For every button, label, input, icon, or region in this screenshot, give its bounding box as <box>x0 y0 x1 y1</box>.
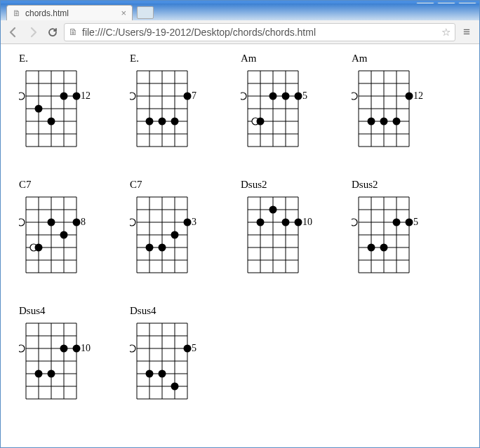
tab-title: chords.html <box>25 8 69 18</box>
fret-dot <box>146 244 154 252</box>
fret-dot <box>35 244 43 252</box>
chord-item: Am5 <box>241 53 335 151</box>
fret-dot <box>380 244 388 252</box>
fret-dot <box>73 93 81 100</box>
chord-diagram: 3 <box>130 194 208 277</box>
chord-item: C78 <box>19 179 113 277</box>
fret-dot <box>171 231 179 239</box>
chord-diagram: 5 <box>352 194 430 277</box>
chord-diagram: 7 <box>130 68 208 151</box>
fret-dot <box>60 231 68 239</box>
fret-dot <box>35 370 43 378</box>
fret-label: 10 <box>81 343 91 353</box>
chord-item: Dsus410 <box>19 305 113 403</box>
fret-dot <box>73 345 81 353</box>
fret-dot <box>295 93 302 100</box>
fret-dot <box>380 118 388 125</box>
fret-dot <box>159 370 166 378</box>
chord-name: E. <box>130 53 224 65</box>
open-string-marker <box>352 93 357 100</box>
fret-dot <box>269 206 277 214</box>
fret-dot <box>406 219 413 226</box>
fret-dot <box>73 219 81 226</box>
fret-dot <box>184 93 192 100</box>
fret-dot <box>146 370 154 378</box>
chord-name: Dsus4 <box>19 305 113 318</box>
chord-diagram: 5 <box>130 320 208 403</box>
fret-dot <box>393 219 401 226</box>
chord-name: Dsus2 <box>241 179 335 191</box>
chord-name: Dsus4 <box>130 305 224 318</box>
fret-dot <box>35 105 43 113</box>
open-string-marker <box>241 93 246 100</box>
fret-dot <box>48 219 55 226</box>
chord-item: Dsus210 <box>241 179 335 277</box>
bookmark-star-icon[interactable]: ☆ <box>441 26 451 39</box>
chrome-menu-button[interactable]: ≡ <box>458 24 475 41</box>
open-string-marker <box>19 93 25 100</box>
open-string-marker <box>352 219 357 226</box>
tab-close-button[interactable]: × <box>121 8 126 18</box>
back-button[interactable] <box>5 24 22 41</box>
chord-item: Am12 <box>352 53 446 151</box>
chord-item: E.7 <box>130 53 224 151</box>
open-string-marker <box>19 345 25 352</box>
chord-diagram: 12 <box>352 68 430 151</box>
chord-diagram: 10 <box>241 194 319 277</box>
fret-dot <box>282 219 290 226</box>
fret-label: 5 <box>192 343 196 353</box>
chord-item: E.12 <box>19 53 113 151</box>
reload-button[interactable] <box>44 24 61 41</box>
fret-dot <box>406 93 413 100</box>
url-bar[interactable]: 🗎 file:///C:/Users/9-19-2012/Desktop/cho… <box>64 23 455 41</box>
forward-button[interactable] <box>25 24 41 41</box>
browser-tab[interactable]: 🗎 chords.html × <box>6 5 133 20</box>
fret-dot <box>295 219 302 226</box>
chord-diagram: 10 <box>19 320 98 403</box>
fret-dot <box>184 219 192 226</box>
fret-dot <box>393 118 401 125</box>
browser-tabstrip: 🗎 chords.html × <box>1 4 479 20</box>
chord-name: E. <box>19 53 113 65</box>
fret-label: 3 <box>192 217 196 227</box>
chord-item: Dsus45 <box>130 305 224 403</box>
fret-dot <box>48 118 55 125</box>
fret-label: 12 <box>81 90 91 101</box>
fret-dot <box>282 93 290 100</box>
open-string-marker <box>19 219 25 226</box>
chord-item: C73 <box>130 179 224 277</box>
chord-diagram: 8 <box>19 194 98 277</box>
fret-dot <box>171 118 179 125</box>
fret-dot <box>257 219 265 226</box>
fret-label: 5 <box>302 90 307 101</box>
chord-item: Dsus25 <box>352 179 446 277</box>
fret-label: 12 <box>413 90 423 101</box>
open-string-marker <box>130 219 135 226</box>
url-file-icon: 🗎 <box>69 27 78 37</box>
fret-dot <box>159 118 166 125</box>
page-content: E.12E.7Am5Am12C78C73Dsus210Dsus25Dsus410… <box>1 44 479 432</box>
open-string-marker <box>130 93 135 100</box>
fret-dot <box>48 370 55 378</box>
fret-dot <box>269 93 277 100</box>
fret-label: 5 <box>413 217 418 227</box>
fret-dot <box>60 345 68 353</box>
chord-name: Dsus2 <box>352 179 446 191</box>
new-tab-button[interactable] <box>137 6 154 19</box>
open-string-marker <box>130 345 135 352</box>
chord-name: Am <box>352 53 446 65</box>
fret-dot <box>368 118 375 125</box>
file-icon: 🗎 <box>13 8 21 18</box>
fret-dot <box>184 345 192 353</box>
fret-dot <box>159 244 166 252</box>
chord-diagram: 12 <box>19 68 98 151</box>
chord-name: C7 <box>19 179 113 191</box>
fret-dot <box>60 93 68 100</box>
fret-label: 7 <box>192 90 196 101</box>
chord-name: C7 <box>130 179 224 191</box>
fret-label: 8 <box>81 217 86 227</box>
fret-dot <box>171 383 179 391</box>
browser-toolbar: 🗎 file:///C:/Users/9-19-2012/Desktop/cho… <box>1 20 479 44</box>
url-text: file:///C:/Users/9-19-2012/Desktop/chord… <box>82 27 441 38</box>
fret-dot <box>368 244 375 252</box>
